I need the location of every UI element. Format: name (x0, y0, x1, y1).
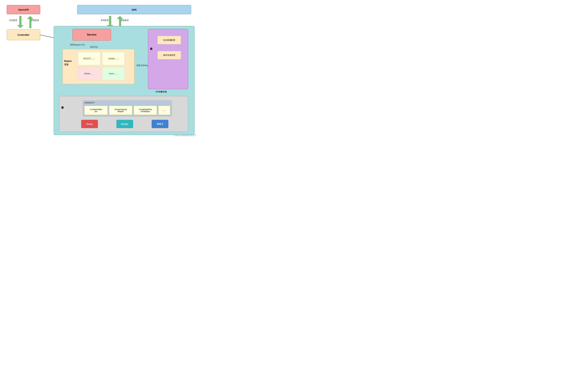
service-label: Service (87, 33, 97, 36)
openapi-box: OpenAPI (7, 5, 40, 14)
footer-label: CSDN 华视超世界资深大牛 (174, 134, 196, 137)
svg-marker-4 (17, 16, 23, 28)
spi-inner-box: 多数据源SPI ConfigInfoMapper GroupCapacityMa… (83, 100, 172, 116)
diagram-container: OpenAPI SDK 发布配置 获取配置 发布配置 获取配置 Controll… (3, 3, 198, 138)
mapper-methods-label: Mapper方法 (64, 59, 72, 66)
insert-box: Insert…… (102, 67, 125, 80)
get-config-left-label: 获取配置 (31, 19, 39, 22)
config-info-mapper-box: ConfigInfoMapper (84, 106, 108, 115)
derby-box: Derby (81, 120, 98, 128)
controller-box: Controller (7, 29, 40, 40)
publish-config-right-label: 发布配置 (101, 19, 109, 22)
delete-box: Delete…… (78, 67, 100, 80)
return-sql-label: 返回SQL (90, 46, 98, 48)
sql-methods-grid: SELECT…… Update…… Delete…… Insert…… (78, 52, 125, 80)
svg-marker-5 (27, 16, 33, 28)
mysql-box: MySQL (116, 120, 133, 128)
main-teal-container: Service 调用Mapper方法 返回SQL Mapper方法 SELECT… (54, 26, 194, 135)
spi-inner-label: 多数据源SPI (84, 101, 95, 104)
ellipsis-mapper-box: …… (158, 106, 170, 115)
spi-load-label: SPI加载实现 (155, 90, 167, 93)
sdk-label: SDK (131, 8, 137, 11)
custom-db-box: 自定义 (152, 120, 168, 128)
publish-config-left-label: 发布配置 (9, 19, 17, 22)
database-row: Derby MySQL 自定义 (81, 120, 186, 128)
sdk-box: SDK (77, 5, 191, 14)
call-mapper-label: 调用Mapper方法 (70, 44, 85, 46)
plugin-impl-management-box: 插件实现管理 (158, 51, 181, 59)
plugin-manager-box: 插件管理器 自动装载配置 插件实现管理 (148, 29, 188, 89)
select-box: SELECT…… (78, 52, 100, 65)
openapi-label: OpenAPI (18, 8, 29, 11)
service-box: Service (73, 29, 111, 41)
auto-load-config-box: 自动装载配置 (158, 36, 181, 44)
controller-label: Controller (17, 33, 30, 36)
mapper-area: Mapper方法 SELECT…… Update…… Delete…… Inse… (62, 49, 134, 84)
datasource-area: 多数据源插件 多数据源SPI ConfigInfoMapper GroupCap… (59, 96, 188, 132)
config-tags-relation-mapper-box: ConfigTagsRelationMapper (134, 106, 157, 115)
get-config-right-label: 获取配置 (121, 19, 129, 22)
group-capacity-mapper-box: GroupCapacityMapper (109, 106, 132, 115)
update-box: Update…… (102, 52, 125, 65)
